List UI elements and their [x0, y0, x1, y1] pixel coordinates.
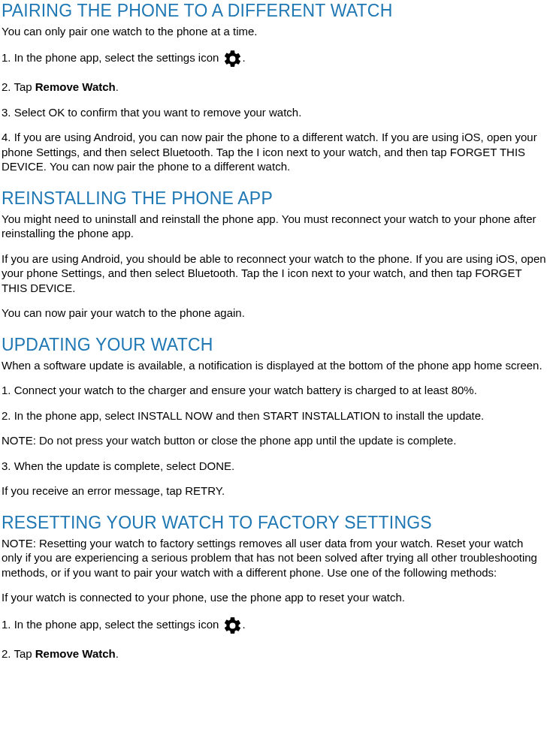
- step-text-post: .: [243, 52, 246, 65]
- update-note: NOTE: Do not press your watch button or …: [2, 433, 547, 448]
- pairing-intro: You can only pair one watch to the phone…: [2, 24, 547, 39]
- update-step-3: 3. When the update is complete, select D…: [2, 459, 547, 474]
- reset-p2: If your watch is connected to your phone…: [2, 590, 547, 605]
- update-p2: If you receive an error message, tap RET…: [2, 483, 547, 498]
- remove-watch-bold: Remove Watch: [35, 647, 116, 660]
- update-step-1: 1. Connect your watch to the charger and…: [2, 383, 547, 398]
- step-text: 1. In the phone app, select the settings…: [2, 618, 222, 631]
- heading-pairing: PAIRING THE PHONE TO A DIFFERENT WATCH: [2, 0, 547, 23]
- step-text: 2. Tap: [2, 647, 35, 660]
- reset-p1: NOTE: Resetting your watch to factory se…: [2, 536, 547, 580]
- reset-step-2: 2. Tap Remove Watch.: [2, 646, 547, 661]
- gear-icon: [222, 49, 243, 69]
- heading-reinstalling: REINSTALLING THE PHONE APP: [2, 188, 547, 210]
- pairing-step-4: 4. If you are using Android, you can now…: [2, 130, 547, 174]
- step-text: 1. In the phone app, select the settings…: [2, 52, 222, 65]
- reinstall-p1: You might need to uninstall and reinstal…: [2, 212, 547, 241]
- update-p1: When a software update is available, a n…: [2, 358, 547, 373]
- pairing-step-2: 2. Tap Remove Watch.: [2, 80, 547, 95]
- heading-updating: UPDATING YOUR WATCH: [2, 334, 547, 357]
- update-step-2: 2. In the phone app, select INSTALL NOW …: [2, 408, 547, 423]
- gear-icon: [222, 616, 243, 636]
- remove-watch-bold: Remove Watch: [35, 80, 116, 93]
- step-text-post: .: [116, 80, 119, 93]
- reinstall-p3: You can now pair your watch to the phone…: [2, 306, 547, 321]
- step-text: 2. Tap: [2, 80, 35, 93]
- pairing-step-1: 1. In the phone app, select the settings…: [2, 49, 547, 69]
- heading-resetting: RESETTING YOUR WATCH TO FACTORY SETTINGS: [2, 512, 547, 535]
- pairing-step-3: 3. Select OK to confirm that you want to…: [2, 105, 547, 120]
- reset-step-1: 1. In the phone app, select the settings…: [2, 616, 547, 636]
- step-text-post: .: [116, 647, 119, 660]
- reinstall-p2: If you are using Android, you should be …: [2, 251, 547, 296]
- step-text-post: .: [243, 618, 246, 631]
